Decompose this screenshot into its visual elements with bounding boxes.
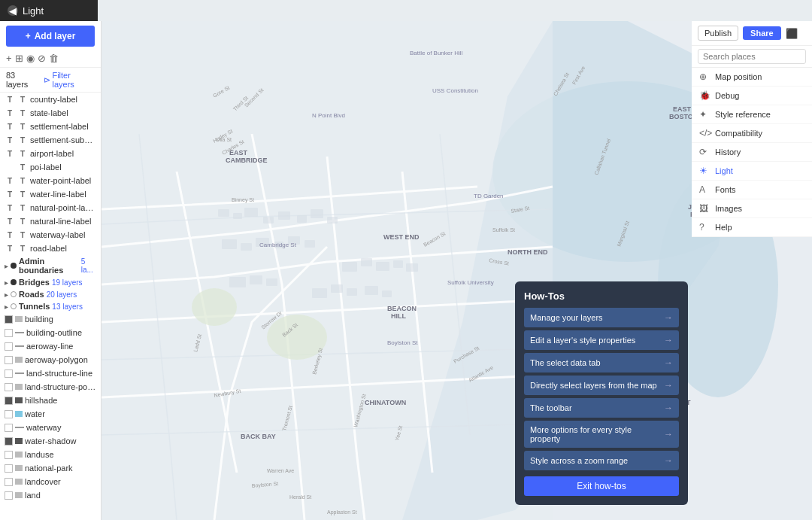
layer-checkbox[interactable]: [5, 329, 13, 337]
svg-text:CAMBRIDGE: CAMBRIDGE: [226, 157, 268, 164]
link-icon[interactable]: ⊘: [38, 53, 46, 64]
layer-item[interactable]: land: [0, 488, 101, 502]
svg-rect-12: [222, 239, 237, 249]
text-type-icon2: T: [17, 121, 28, 132]
svg-text:Herald St: Herald St: [289, 494, 311, 500]
menu-item-style-reference[interactable]: ✦ Style reference: [692, 105, 812, 124]
add-layer-button[interactable]: + Add layer: [6, 26, 95, 47]
layer-group[interactable]: ▸ Roads 20 layers: [0, 288, 101, 300]
menu-item-debug[interactable]: 🐞 Debug: [692, 87, 812, 105]
svg-rect-11: [327, 217, 338, 224]
howto-item-style-props[interactable]: Edit a layer's style properties →: [524, 330, 679, 350]
howto-item-more-options[interactable]: More options for every style property →: [524, 421, 679, 448]
layer-item[interactable]: TTnatural-line-label: [0, 214, 101, 228]
layer-checkbox[interactable]: [5, 397, 13, 405]
layer-item[interactable]: TTsettlement-subdivisio...: [0, 133, 101, 147]
svg-rect-28: [347, 288, 357, 296]
layer-item[interactable]: TTroad-label: [0, 242, 101, 255]
layer-checkbox[interactable]: [5, 315, 13, 324]
layer-checkbox[interactable]: [5, 478, 13, 486]
layer-checkbox[interactable]: [5, 356, 13, 364]
layer-group[interactable]: ▸ Bridges 19 layers: [0, 276, 101, 288]
layer-item[interactable]: Tpoi-label: [0, 160, 101, 174]
layer-item[interactable]: TTnatural-point-label: [0, 201, 101, 214]
publish-button[interactable]: Publish: [698, 26, 738, 41]
fonts-icon: A: [699, 184, 710, 195]
layer-item[interactable]: TTwaterway-label: [0, 228, 101, 242]
svg-rect-10: [311, 209, 323, 218]
layer-checkbox[interactable]: [5, 464, 13, 473]
share-button[interactable]: Share: [743, 26, 781, 40]
layer-item[interactable]: TTcountry-label: [0, 93, 101, 106]
layer-checkbox[interactable]: [5, 369, 13, 378]
exit-how-tos-button[interactable]: Exit how-tos: [524, 476, 679, 496]
svg-text:Warren Ave: Warren Ave: [267, 468, 294, 473]
layer-item[interactable]: landuse: [0, 448, 101, 461]
layer-checkbox[interactable]: [5, 410, 13, 418]
arrow-right-icon: →: [664, 380, 673, 391]
window-icon: ◀: [8, 5, 18, 16]
layer-item[interactable]: land-structure-line: [0, 366, 101, 380]
howto-item-select-layers[interactable]: Directly select layers from the map →: [524, 376, 679, 395]
menu-item-history[interactable]: ⟳ History: [692, 143, 812, 162]
layer-item[interactable]: water-shadow: [0, 434, 101, 448]
layer-item[interactable]: national-park: [0, 461, 101, 475]
howto-item-zoom-range[interactable]: Style across a zoom range →: [524, 451, 679, 470]
layer-item[interactable]: TTairport-label: [0, 147, 101, 160]
menu-item-help[interactable]: ? Help: [692, 218, 812, 237]
howto-item-select-data[interactable]: The select data tab →: [524, 353, 679, 373]
menu-item-light[interactable]: ☀ Light: [692, 162, 812, 181]
svg-text:Battle of Bunker Hill: Battle of Bunker Hill: [410, 50, 462, 56]
layer-item[interactable]: TTwater-line-label: [0, 187, 101, 201]
trash-icon[interactable]: 🗑: [49, 53, 59, 64]
layer-item[interactable]: TTwater-point-label: [0, 174, 101, 187]
svg-text:Olla St: Olla St: [216, 137, 232, 142]
grid-icon[interactable]: ⊞: [15, 53, 23, 64]
menu-item-compatibility[interactable]: </> Compatibility: [692, 124, 812, 143]
layer-checkbox[interactable]: [5, 383, 13, 391]
layer-item[interactable]: landcover: [0, 475, 101, 488]
how-tos-title: How-Tos: [524, 290, 679, 302]
layer-checkbox[interactable]: [5, 451, 13, 459]
left-panel: + Add layer + ⊞ ◉ ⊘ 🗑 83 layers ⊳ Filter…: [0, 21, 102, 520]
text-type-icon2: T: [17, 135, 28, 145]
layer-item[interactable]: aeroway-line: [0, 339, 101, 353]
fill-icon: [15, 438, 23, 444]
add-ctrl-icon[interactable]: +: [6, 53, 12, 64]
filter-button[interactable]: ⊳ Filter layers: [44, 71, 95, 89]
menu-item-fonts[interactable]: A Fonts: [692, 181, 812, 199]
layer-group[interactable]: ▸ Admin boundaries 5 la...: [0, 255, 101, 276]
help-icon: ?: [699, 222, 710, 233]
layer-checkbox[interactable]: [5, 342, 13, 351]
layer-checkbox[interactable]: [5, 424, 13, 432]
text-type-icon: T: [17, 162, 28, 172]
save-icon[interactable]: ⬛: [786, 28, 798, 39]
layer-item[interactable]: water: [0, 407, 101, 421]
arrow-right-icon: →: [664, 455, 673, 466]
svg-rect-30: [382, 290, 392, 297]
layer-item[interactable]: hillshade: [0, 394, 101, 407]
layer-item[interactable]: waterway: [0, 421, 101, 434]
layer-item[interactable]: aeroway-polygon: [0, 353, 101, 366]
layer-checkbox[interactable]: [5, 491, 13, 500]
text-type-icon2: T: [17, 108, 28, 118]
layer-checkbox[interactable]: [5, 437, 13, 445]
svg-text:EAST: EAST: [673, 105, 692, 113]
layer-item[interactable]: TTsettlement-label: [0, 120, 101, 133]
svg-text:NORTH END: NORTH END: [508, 248, 548, 256]
eye-icon[interactable]: ◉: [26, 53, 35, 64]
search-input[interactable]: [698, 49, 806, 64]
menu-item-map-position[interactable]: ⊕ Map position: [692, 68, 812, 87]
howto-item-toolbar[interactable]: The toolbar →: [524, 398, 679, 418]
layer-item[interactable]: building-outline: [0, 326, 101, 339]
layer-item[interactable]: building: [0, 312, 101, 326]
menu-item-images[interactable]: 🖼 Images: [692, 199, 812, 218]
text-type-icon: T: [5, 175, 15, 186]
layer-item[interactable]: land-structure-polygon: [0, 380, 101, 394]
text-type-icon: T: [5, 230, 15, 240]
howto-item-manage-layers[interactable]: Manage your layers →: [524, 308, 679, 327]
layer-group[interactable]: ▸ Tunnels 13 layers: [0, 300, 101, 312]
svg-rect-19: [361, 258, 372, 266]
sun-icon: ☀: [699, 166, 710, 176]
layer-item[interactable]: TTstate-label: [0, 106, 101, 120]
